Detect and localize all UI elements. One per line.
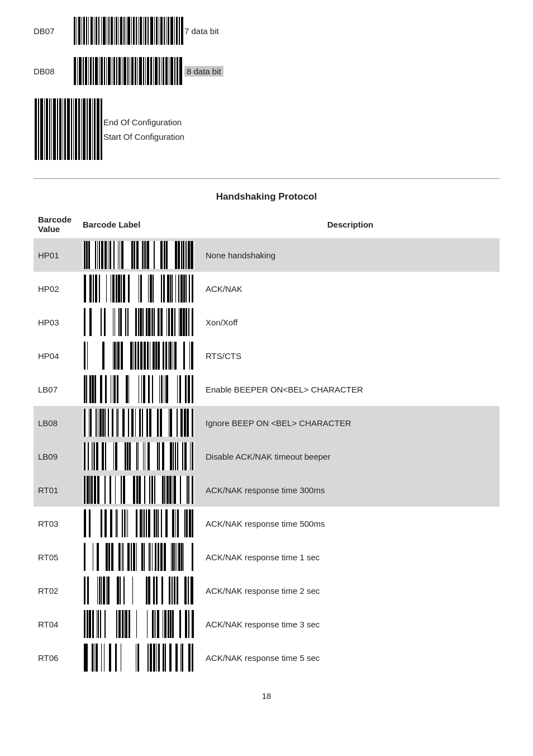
svg-rect-402 [111, 543, 113, 571]
svg-rect-301 [192, 409, 193, 437]
svg-rect-171 [172, 275, 173, 303]
svg-rect-117 [95, 241, 96, 269]
svg-rect-135 [154, 241, 155, 269]
row-barcode [78, 272, 201, 305]
svg-rect-170 [170, 275, 171, 303]
svg-rect-420 [172, 543, 174, 571]
row-code: RT02 [34, 574, 78, 607]
svg-rect-81 [165, 57, 168, 85]
svg-rect-408 [133, 543, 135, 571]
svg-rect-42 [176, 17, 178, 45]
row-desc: Ignore BEEP ON <BEL> CHARACTER [201, 406, 499, 440]
svg-rect-237 [174, 342, 177, 370]
svg-rect-239 [189, 342, 190, 370]
svg-rect-183 [104, 308, 106, 336]
table-row: RT06 ACK/NAK response time 5 sec [34, 641, 499, 674]
svg-rect-8 [91, 17, 93, 45]
svg-rect-320 [147, 442, 150, 470]
top-section: DB07 [34, 17, 499, 162]
svg-rect-472 [155, 610, 156, 638]
table-row: RT02 ACK/NAK response time 2 sec [34, 574, 499, 607]
svg-rect-7 [88, 17, 89, 45]
svg-rect-143 [185, 241, 187, 269]
svg-rect-369 [110, 509, 112, 537]
row-barcode [78, 574, 201, 607]
svg-rect-220 [121, 342, 123, 370]
svg-rect-179 [192, 275, 193, 303]
svg-rect-305 [92, 442, 92, 470]
svg-rect-417 [160, 543, 163, 571]
svg-rect-5 [83, 17, 85, 45]
svg-rect-21 [123, 17, 125, 45]
svg-rect-473 [157, 610, 159, 638]
svg-rect-459 [98, 610, 99, 638]
row-barcode [78, 540, 201, 574]
svg-rect-126 [120, 241, 120, 269]
svg-rect-176 [185, 275, 187, 303]
svg-rect-82 [169, 57, 169, 85]
svg-rect-365 [85, 509, 86, 537]
col-header-description: Description [201, 212, 499, 238]
svg-rect-411 [144, 543, 145, 571]
svg-rect-273 [89, 409, 89, 437]
svg-rect-441 [148, 577, 150, 604]
svg-rect-203 [168, 308, 170, 336]
svg-rect-175 [183, 275, 185, 303]
svg-rect-360 [188, 476, 189, 504]
svg-rect-323 [162, 442, 164, 470]
svg-rect-84 [174, 57, 175, 85]
svg-rect-259 [148, 375, 150, 403]
svg-rect-362 [192, 476, 193, 504]
svg-rect-255 [129, 375, 129, 403]
svg-rect-325 [173, 442, 174, 470]
svg-rect-217 [114, 342, 116, 370]
svg-rect-282 [116, 409, 117, 437]
svg-rect-152 [95, 275, 97, 303]
svg-rect-344 [123, 476, 125, 504]
row-code: HP04 [34, 339, 78, 372]
row-desc: ACK/NAK response time 5 sec [201, 641, 499, 674]
svg-rect-91 [44, 98, 45, 160]
svg-rect-491 [104, 644, 104, 672]
svg-rect-130 [136, 241, 139, 269]
svg-rect-28 [140, 17, 142, 45]
svg-rect-201 [161, 308, 163, 336]
svg-rect-464 [122, 610, 123, 638]
svg-rect-405 [122, 543, 123, 571]
svg-rect-269 [188, 375, 190, 403]
svg-rect-468 [136, 610, 137, 638]
svg-rect-227 [147, 342, 149, 370]
svg-rect-80 [163, 57, 164, 85]
svg-rect-297 [180, 409, 183, 437]
svg-rect-318 [143, 442, 144, 470]
svg-rect-86 [179, 57, 182, 85]
svg-rect-51 [88, 57, 89, 85]
svg-rect-452 [84, 577, 85, 604]
svg-rect-116 [88, 241, 90, 269]
row-desc: ACK/NAK response time 3 sec [201, 607, 499, 641]
svg-rect-493 [115, 644, 117, 672]
svg-rect-38 [166, 17, 166, 45]
svg-rect-120 [101, 241, 103, 269]
svg-rect-266 [177, 375, 178, 403]
svg-rect-418 [164, 543, 166, 571]
svg-rect-425 [183, 543, 184, 571]
svg-rect-445 [169, 577, 170, 604]
svg-rect-280 [108, 409, 109, 437]
svg-rect-455 [87, 610, 88, 638]
table-row: HP02 ACK/NAK [34, 272, 499, 305]
svg-rect-247 [94, 375, 96, 403]
db07-code: DB07 [34, 26, 73, 36]
svg-rect-177 [189, 275, 190, 303]
svg-rect-132 [144, 241, 145, 269]
svg-rect-508 [188, 644, 191, 672]
svg-rect-69 [135, 57, 136, 85]
svg-rect-234 [168, 342, 169, 370]
svg-rect-127 [121, 241, 123, 269]
svg-rect-278 [102, 409, 104, 437]
svg-rect-343 [121, 476, 122, 504]
svg-rect-270 [84, 375, 85, 403]
svg-rect-361 [84, 476, 85, 504]
row-desc: Disable ACK/NAK timeout beeper [201, 440, 499, 473]
svg-rect-258 [143, 375, 145, 403]
